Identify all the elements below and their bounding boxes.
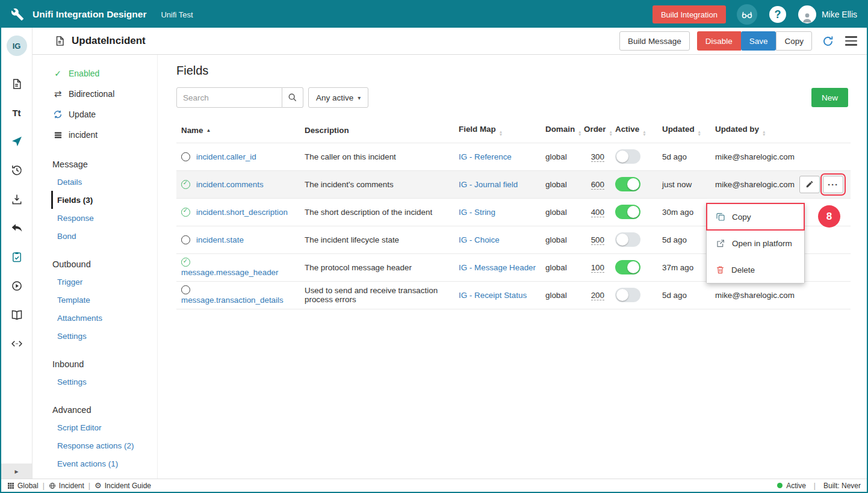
app-window: Unifi Integration Designer Unifi Test Bu… xyxy=(0,0,868,493)
table-row[interactable]: incident.caller_id The caller on this in… xyxy=(176,143,851,170)
table-row[interactable]: message.transaction_details Used to send… xyxy=(176,281,851,309)
sidebar-item-template[interactable]: Template xyxy=(33,291,157,309)
workspace-name[interactable]: Unifi Test xyxy=(161,10,193,19)
field-description: Used to send and receive transaction pro… xyxy=(305,281,459,309)
scope-global[interactable]: Global xyxy=(7,482,39,490)
disable-button[interactable]: Disable xyxy=(697,31,741,51)
col-header-description[interactable]: Description xyxy=(305,119,459,143)
active-toggle[interactable] xyxy=(615,232,640,247)
sort-icon: ▲▼ xyxy=(762,130,766,137)
field-domain: global xyxy=(545,170,584,198)
col-header-updated[interactable]: Updated▲▼ xyxy=(662,119,715,143)
field-order[interactable]: 500 xyxy=(591,235,604,245)
active-toggle[interactable] xyxy=(615,205,640,219)
active-toggle[interactable] xyxy=(615,260,640,274)
send-icon[interactable] xyxy=(1,127,32,156)
sidebar-item-attachments[interactable]: Attachments xyxy=(33,309,157,327)
code-icon[interactable] xyxy=(1,329,32,358)
col-header-active[interactable]: Active▲▼ xyxy=(615,119,662,143)
download-icon[interactable] xyxy=(1,185,32,214)
col-header-name[interactable]: Name▲ xyxy=(176,119,305,143)
active-toggle[interactable] xyxy=(615,288,640,302)
scope-incident-guide[interactable]: ⚙ Incident Guide xyxy=(95,482,151,490)
field-map-link[interactable]: IG - Journal field xyxy=(459,180,518,189)
active-toggle[interactable] xyxy=(615,177,640,191)
build-message-button[interactable]: Build Message xyxy=(619,31,690,51)
sidebar-item-event-actions[interactable]: Event actions (1) xyxy=(33,454,157,473)
menu-item-open-in-platform[interactable]: Open in platform xyxy=(707,230,804,256)
sidebar-item-incident[interactable]: incident xyxy=(33,125,157,145)
sidebar-item-response-actions[interactable]: Response actions (2) xyxy=(33,436,157,454)
field-order[interactable]: 300 xyxy=(591,152,604,162)
active-toggle[interactable] xyxy=(615,149,640,164)
col-header-order[interactable]: Order▲▼ xyxy=(584,119,615,143)
page-title: UpdateIncident xyxy=(72,35,146,47)
refresh-icon[interactable] xyxy=(822,35,834,48)
search-input[interactable] xyxy=(176,87,282,108)
sidebar-item-bond[interactable]: Bond xyxy=(33,227,157,245)
sidebar-item-update[interactable]: Update xyxy=(33,104,157,125)
search-button[interactable] xyxy=(282,87,303,108)
help-icon[interactable]: ? xyxy=(769,6,786,23)
sidebar-item-inbound-settings[interactable]: Settings xyxy=(33,373,157,391)
sidebar-item-enabled[interactable]: ✓ Enabled xyxy=(33,63,157,84)
sidebar-item-response[interactable]: Response xyxy=(33,209,157,227)
user-avatar[interactable] xyxy=(798,5,816,23)
scope-incident[interactable]: Incident xyxy=(49,482,84,490)
build-integration-button[interactable]: Build Integration xyxy=(653,5,726,23)
new-button[interactable]: New xyxy=(811,88,848,107)
scope-label: Global xyxy=(17,482,39,490)
history-icon[interactable] xyxy=(1,156,32,185)
field-updated-by: mike@sharelogic.com xyxy=(715,281,799,309)
reply-icon[interactable] xyxy=(1,214,32,243)
edit-button[interactable] xyxy=(799,176,820,193)
field-map-link[interactable]: IG - Message Header xyxy=(459,263,536,272)
field-name-link[interactable]: incident.comments xyxy=(196,180,264,189)
field-order[interactable]: 600 xyxy=(591,180,604,190)
sidebar-item-details[interactable]: Details xyxy=(33,173,157,191)
document-icon[interactable] xyxy=(1,69,32,98)
active-filter-dropdown[interactable]: Any active ▾ xyxy=(308,87,368,108)
sidebar-item-label: Bidirectional xyxy=(69,89,114,99)
sidebar-item-trigger[interactable]: Trigger xyxy=(33,273,157,291)
field-updated-by: mike@sharelogic.com xyxy=(715,170,799,198)
menu-item-copy[interactable]: Copy xyxy=(707,203,804,230)
col-header-domain[interactable]: Domain▲▼ xyxy=(545,119,584,143)
field-map-link[interactable]: IG - Receipt Status xyxy=(459,291,527,300)
sidebar-item-bidirectional[interactable]: ⇄ Bidirectional xyxy=(33,84,157,104)
pencil-icon xyxy=(805,180,814,188)
annotation-badge: 8 xyxy=(818,205,840,228)
text-icon[interactable]: Tt xyxy=(1,98,32,127)
field-name-link[interactable]: incident.short_description xyxy=(196,208,288,217)
glasses-icon[interactable] xyxy=(737,4,757,25)
col-header-updated-by[interactable]: Updated by▲▼ xyxy=(715,119,799,143)
field-domain: global xyxy=(545,281,584,309)
menu-item-delete[interactable]: Delete xyxy=(707,256,804,283)
tasks-icon[interactable] xyxy=(1,243,32,271)
document-icon xyxy=(54,35,65,47)
field-name-link[interactable]: message.transaction_details xyxy=(181,296,284,305)
table-row[interactable]: incident.comments The incident's comment… xyxy=(176,170,851,198)
sidebar-item-fields[interactable]: Fields (3) xyxy=(51,191,157,209)
collapse-icon[interactable]: ▸ xyxy=(1,464,32,479)
field-order[interactable]: 100 xyxy=(591,263,604,273)
field-name-link[interactable]: incident.caller_id xyxy=(196,152,256,161)
sidebar-item-outbound-settings[interactable]: Settings xyxy=(33,327,157,345)
field-name-link[interactable]: incident.state xyxy=(196,235,244,244)
field-map-link[interactable]: IG - String xyxy=(459,208,495,217)
save-button[interactable]: Save xyxy=(741,31,777,51)
book-icon[interactable] xyxy=(1,300,32,329)
col-header-field-map[interactable]: Field Map▲▼ xyxy=(459,119,545,143)
field-order[interactable]: 200 xyxy=(591,291,604,300)
menu-icon[interactable] xyxy=(845,36,857,46)
field-name-link[interactable]: message.message_header xyxy=(181,268,279,277)
field-map-link[interactable]: IG - Choice xyxy=(459,235,500,244)
integration-avatar[interactable]: IG xyxy=(7,36,27,56)
field-map-link[interactable]: IG - Reference xyxy=(459,152,512,161)
play-circle-icon[interactable] xyxy=(1,271,32,300)
field-order[interactable]: 400 xyxy=(591,208,604,217)
copy-button[interactable]: Copy xyxy=(776,31,812,51)
sidebar-item-script-editor[interactable]: Script Editor xyxy=(33,418,157,436)
more-actions-button[interactable]: ··· xyxy=(823,176,843,193)
user-name[interactable]: Mike Ellis xyxy=(822,10,857,19)
